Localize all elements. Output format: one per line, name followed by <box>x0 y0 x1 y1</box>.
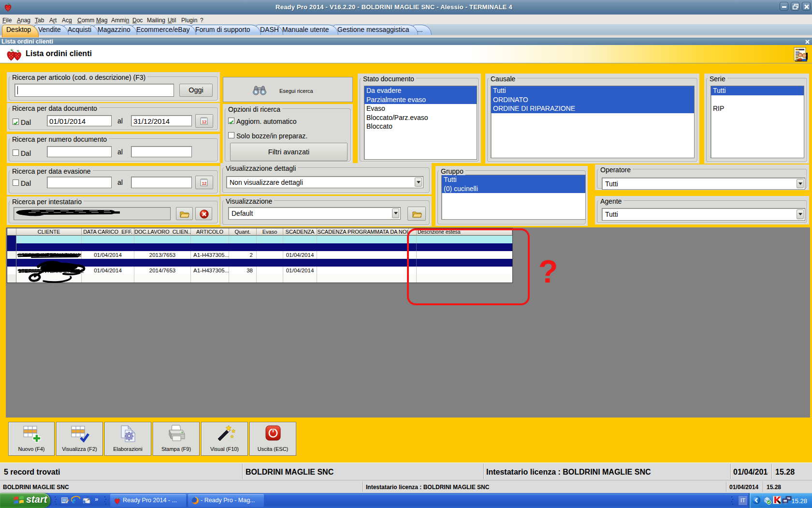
svg-text:12: 12 <box>202 120 207 124</box>
svg-text:12: 12 <box>202 181 207 186</box>
